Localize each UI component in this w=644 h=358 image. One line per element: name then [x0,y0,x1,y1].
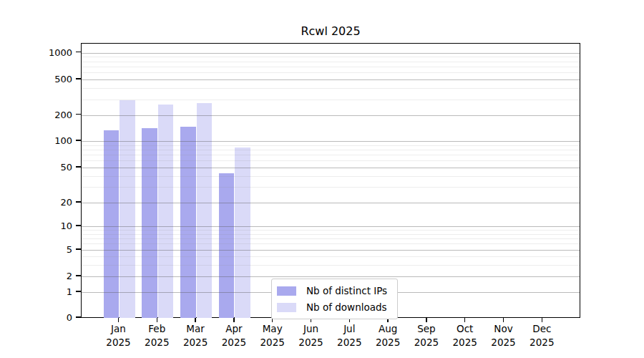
minor-gridline [82,72,580,73]
minor-gridline [82,57,580,57]
minor-gridline [82,150,580,150]
y-tick-mark [76,275,81,276]
minor-gridline [82,62,580,62]
y-tick-mark [76,291,81,291]
legend-swatch-distinct-ips [277,286,296,296]
chart-title: Rcwl 2025 [81,24,580,38]
y-tick-label-500: 500 [39,74,72,84]
y-tick-mark [76,78,81,79]
minor-gridline [82,238,580,239]
minor-gridline [82,145,580,146]
minor-gridline [82,243,580,244]
y-tick-label-200: 200 [39,110,72,119]
y-tick-mark [76,140,81,140]
major-gridline [82,115,580,116]
bar-downloads-feb [158,105,174,318]
major-gridline [82,141,580,142]
y-tick-label-10: 10 [39,221,72,231]
y-tick-mark [76,201,81,202]
x-tick-label-dec: Dec2025 [519,322,565,349]
legend-label-downloads: Nb of downloads [306,301,390,313]
bar-ips-jan [104,130,119,318]
plot-area: Nb of distinct IPs Nb of downloads [81,43,580,318]
y-tick-label-50: 50 [39,163,72,172]
minor-gridline [82,67,580,67]
bar-ips-apr [219,173,235,318]
y-tick-label-1: 1 [39,287,72,296]
minor-gridline [82,230,580,231]
major-gridline [82,168,580,168]
major-gridline [82,276,580,277]
minor-gridline [82,155,580,155]
y-tick-mark [76,52,81,52]
legend-label-distinct-ips: Nb of distinct IPs [306,285,390,296]
y-tick-mark [76,248,81,249]
major-gridline [82,226,580,227]
legend-swatch-downloads [277,303,296,312]
minor-gridline [82,160,580,161]
minor-gridline [82,256,580,257]
y-tick-mark [76,114,81,115]
bar-ips-mar [180,127,196,318]
minor-gridline [82,88,580,89]
y-tick-label-1000: 1000 [39,47,72,57]
minor-gridline [82,234,580,235]
minor-gridline [82,176,580,177]
y-tick-mark [76,316,81,317]
legend-item-downloads: Nb of downloads [277,301,390,313]
download-stats-figure: Rcwl 2025 Nb of distinct IPs Nb of downl… [0,0,644,358]
bar-downloads-jan [119,100,135,318]
y-tick-label-100: 100 [39,136,72,145]
y-tick-label-20: 20 [39,198,72,207]
y-tick-label-0: 0 [39,313,72,322]
minor-gridline [82,100,580,100]
bar-downloads-mar [197,103,213,318]
y-tick-label-5: 5 [39,245,72,254]
y-tick-label-2: 2 [39,271,72,281]
y-tick-mark [76,225,81,226]
major-gridline [82,250,580,251]
y-tick-mark [76,166,81,167]
minor-gridline [82,187,580,188]
legend-item-distinct-ips: Nb of distinct IPs [277,285,390,296]
major-gridline [82,203,580,203]
bar-ips-feb [142,128,157,318]
major-gridline [82,53,580,54]
major-gridline [82,79,580,80]
minor-gridline [82,265,580,266]
legend: Nb of distinct IPs Nb of downloads [271,279,398,319]
